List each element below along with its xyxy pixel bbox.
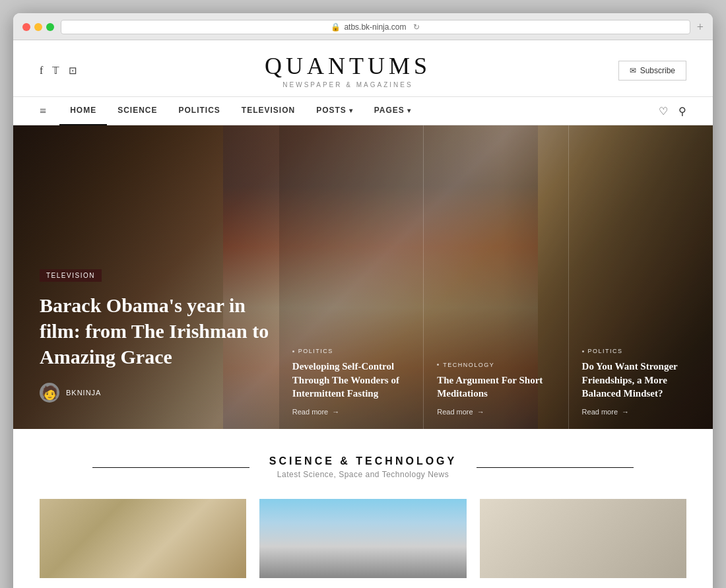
twitter-icon[interactable]: 𝕋 bbox=[52, 65, 59, 77]
divider-right bbox=[477, 467, 634, 468]
facebook-icon[interactable]: f bbox=[40, 65, 43, 77]
divider-left bbox=[92, 467, 249, 468]
article-preview-1[interactable] bbox=[40, 499, 246, 585]
hero-card-3[interactable]: POLITICS Do You Want Stronger Friendship… bbox=[568, 125, 713, 429]
top-bar: f 𝕋 ⊡ QUANTUMS NEWSPAPER & MAGAZINES ✉ S… bbox=[13, 40, 713, 96]
nav-icons: ♡ ⚲ bbox=[659, 105, 686, 117]
article-preview-2-image bbox=[259, 499, 466, 578]
nav-home[interactable]: HOME bbox=[59, 96, 107, 125]
hero-tag[interactable]: TELEVISION bbox=[40, 269, 102, 282]
hero-section: TELEVISION Barack Obama's year in film: … bbox=[13, 125, 713, 429]
email-icon: ✉ bbox=[630, 66, 636, 75]
section-divider: SCIENCE & TECHNOLOGY Latest Science, Spa… bbox=[53, 436, 673, 486]
section-subtitle: Latest Science, Space and Technology New… bbox=[269, 470, 457, 479]
nav-posts[interactable]: POSTS bbox=[306, 96, 363, 125]
section-title: SCIENCE & TECHNOLOGY bbox=[269, 455, 457, 467]
nav-television[interactable]: TELEVISION bbox=[231, 96, 306, 125]
article-preview-3-image bbox=[480, 499, 686, 578]
card-1-title: Developing Self-Control Through The Wond… bbox=[292, 360, 410, 400]
subscribe-label: Subscribe bbox=[640, 66, 675, 75]
new-tab-button[interactable]: + bbox=[697, 20, 704, 34]
card-3-read-more[interactable]: Read more bbox=[582, 408, 700, 416]
nav-politics[interactable]: POLITICS bbox=[168, 96, 231, 125]
search-icon[interactable]: ⚲ bbox=[678, 105, 686, 117]
address-bar[interactable]: 🔒 atbs.bk-ninja.com ↻ bbox=[61, 20, 690, 34]
browser-window: 🔒 atbs.bk-ninja.com ↻ + f 𝕋 ⊡ QUANTUMS N… bbox=[13, 13, 713, 588]
card-3-title: Do You Want Stronger Friendships, a More… bbox=[582, 360, 700, 400]
author-avatar: 🧑 bbox=[40, 383, 59, 403]
refresh-icon[interactable]: ↻ bbox=[413, 22, 420, 32]
instagram-icon[interactable]: ⊡ bbox=[69, 65, 77, 77]
social-icons: f 𝕋 ⊡ bbox=[40, 65, 77, 77]
author-name: BKNINJA bbox=[66, 389, 101, 397]
hero-author: 🧑 BKNINJA bbox=[40, 383, 273, 403]
nav-links: HOME SCIENCE POLITICS TELEVISION POSTS P… bbox=[59, 96, 659, 125]
section-title-wrap: SCIENCE & TECHNOLOGY Latest Science, Spa… bbox=[249, 455, 477, 479]
hero-card-1[interactable]: POLITICS Developing Self-Control Through… bbox=[279, 125, 423, 429]
minimize-button[interactable] bbox=[34, 23, 42, 31]
nav-science[interactable]: SCIENCE bbox=[107, 96, 168, 125]
user-icon[interactable]: ♡ bbox=[659, 105, 668, 117]
card-2-read-more[interactable]: Read more bbox=[437, 408, 554, 416]
site-title[interactable]: QUANTUMS bbox=[265, 52, 431, 80]
url-text: atbs.bk-ninja.com bbox=[344, 22, 406, 32]
maximize-button[interactable] bbox=[46, 23, 54, 31]
site-title-block: QUANTUMS NEWSPAPER & MAGAZINES bbox=[265, 52, 431, 88]
card-1-tag: POLITICS bbox=[292, 348, 410, 354]
card-2-title: The Argument For Short Meditations bbox=[437, 374, 554, 401]
subscribe-button[interactable]: ✉ Subscribe bbox=[618, 61, 686, 81]
nav-bar: ≡ HOME SCIENCE POLITICS TELEVISION POSTS… bbox=[13, 96, 713, 125]
hero-card-2[interactable]: TECHNOLOGY The Argument For Short Medita… bbox=[423, 125, 568, 429]
article-preview-3[interactable] bbox=[480, 499, 686, 585]
section-divider-wrap: SCIENCE & TECHNOLOGY Latest Science, Spa… bbox=[13, 429, 713, 486]
browser-chrome: 🔒 atbs.bk-ninja.com ↻ + bbox=[13, 13, 713, 40]
hero-left: TELEVISION Barack Obama's year in film: … bbox=[13, 125, 293, 429]
close-button[interactable] bbox=[22, 23, 30, 31]
card-2-tag: TECHNOLOGY bbox=[437, 362, 554, 368]
hero-cards: POLITICS Developing Self-Control Through… bbox=[279, 125, 713, 429]
lock-icon: 🔒 bbox=[331, 22, 341, 32]
nav-pages[interactable]: PAGES bbox=[364, 96, 422, 125]
hero-content: TELEVISION Barack Obama's year in film: … bbox=[13, 125, 713, 429]
card-3-tag: POLITICS bbox=[582, 348, 700, 354]
hero-title[interactable]: Barack Obama's year in film: from The Ir… bbox=[40, 292, 273, 370]
site-content: f 𝕋 ⊡ QUANTUMS NEWSPAPER & MAGAZINES ✉ S… bbox=[13, 40, 713, 588]
traffic-lights bbox=[22, 23, 54, 31]
article-previews bbox=[13, 486, 713, 588]
article-preview-2[interactable] bbox=[259, 499, 466, 585]
hamburger-menu[interactable]: ≡ bbox=[40, 104, 46, 118]
card-1-read-more[interactable]: Read more bbox=[292, 408, 410, 416]
site-subtitle: NEWSPAPER & MAGAZINES bbox=[265, 81, 431, 88]
article-preview-1-image bbox=[40, 499, 246, 578]
